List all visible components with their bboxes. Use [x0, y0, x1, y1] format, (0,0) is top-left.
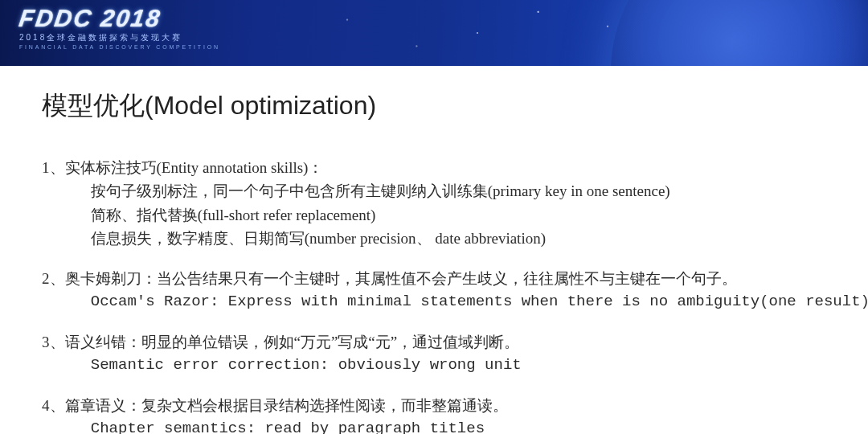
item-head: 2、奥卡姆剃刀：当公告结果只有一个主键时，其属性值不会产生歧义，往往属性不与主键…	[42, 270, 737, 287]
list-item: 1、实体标注技巧(Entity annotation skills)： 按句子级…	[42, 156, 836, 251]
item-line: 简称、指代替换(full-short refer replacement)	[42, 203, 836, 227]
item-line: 按句子级别标注，同一个句子中包含所有主键则纳入训练集(primary key i…	[42, 179, 836, 203]
slide-content: 模型优化(Model optimization) 1、实体标注技巧(Entity…	[0, 66, 868, 434]
event-logo: FDDC 2018 2018全球金融数据探索与发现大赛 FINANCIAL DA…	[19, 6, 220, 50]
list-item: 2、奥卡姆剃刀：当公告结果只有一个主键时，其属性值不会产生歧义，往往属性不与主键…	[42, 267, 836, 314]
item-line: Chapter semantics: read by paragraph tit…	[42, 417, 836, 434]
item-line: Semantic error correction: obviously wro…	[42, 354, 836, 377]
list-item: 4、篇章语义：复杂文档会根据目录结构选择性阅读，而非整篇通读。 Chapter …	[42, 394, 836, 435]
logo-subtitle-cn: 2018全球金融数据探索与发现大赛	[19, 32, 220, 43]
item-head: 1、实体标注技巧(Entity annotation skills)：	[42, 159, 323, 176]
slide-title: 模型优化(Model optimization)	[42, 88, 836, 124]
logo-subtitle-en: FINANCIAL DATA DISCOVERY COMPETITION	[19, 44, 220, 50]
list-item: 3、语义纠错：明显的单位错误，例如“万元”写成“元”，通过值域判断。 Seman…	[42, 330, 836, 378]
header-banner: FDDC 2018 2018全球金融数据探索与发现大赛 FINANCIAL DA…	[0, 0, 868, 66]
logo-main-text: FDDC 2018	[18, 6, 222, 31]
item-head: 4、篇章语义：复杂文档会根据目录结构选择性阅读，而非整篇通读。	[42, 397, 508, 414]
item-head: 3、语义纠错：明显的单位错误，例如“万元”写成“元”，通过值域判断。	[42, 334, 519, 350]
item-line: 信息损失，数字精度、日期简写(number precision、 date ab…	[42, 227, 836, 250]
item-line: Occam's Razor: Express with minimal stat…	[42, 290, 836, 313]
